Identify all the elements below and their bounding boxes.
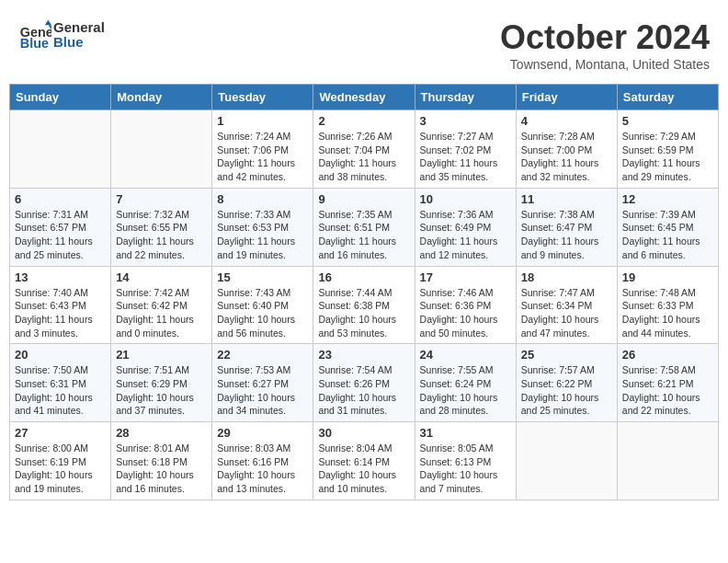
day-number: 20 (15, 348, 106, 362)
weekday-header-tuesday: Tuesday (212, 85, 313, 110)
svg-marker-2 (45, 20, 51, 25)
day-number: 13 (15, 270, 106, 284)
day-info: Sunrise: 7:27 AM Sunset: 7:02 PM Dayligh… (420, 130, 511, 184)
weekday-header-friday: Friday (516, 85, 617, 110)
day-info: Sunrise: 7:33 AM Sunset: 6:53 PM Dayligh… (217, 208, 308, 262)
calendar-cell: 3Sunrise: 7:27 AM Sunset: 7:02 PM Daylig… (415, 110, 516, 189)
calendar-cell: 17Sunrise: 7:46 AM Sunset: 6:36 PM Dayli… (415, 266, 516, 344)
calendar-cell: 21Sunrise: 7:51 AM Sunset: 6:29 PM Dayli… (111, 344, 212, 422)
logo-text-general: General (53, 20, 105, 36)
calendar-cell: 28Sunrise: 8:01 AM Sunset: 6:18 PM Dayli… (111, 422, 212, 500)
day-info: Sunrise: 7:31 AM Sunset: 6:57 PM Dayligh… (15, 208, 106, 262)
month-title: October 2024 (500, 18, 710, 57)
day-number: 14 (116, 270, 207, 284)
day-info: Sunrise: 7:44 AM Sunset: 6:38 PM Dayligh… (318, 286, 409, 340)
calendar-cell: 8Sunrise: 7:33 AM Sunset: 6:53 PM Daylig… (212, 188, 313, 266)
day-number: 3 (420, 114, 511, 128)
day-number: 30 (318, 426, 409, 440)
logo: General Blue General Blue (18, 18, 105, 52)
day-number: 17 (420, 270, 511, 284)
calendar-cell: 18Sunrise: 7:47 AM Sunset: 6:34 PM Dayli… (516, 266, 617, 344)
week-row-3: 13Sunrise: 7:40 AM Sunset: 6:43 PM Dayli… (10, 266, 719, 344)
day-number: 7 (116, 192, 207, 206)
day-info: Sunrise: 8:03 AM Sunset: 6:16 PM Dayligh… (217, 442, 308, 496)
day-number: 31 (420, 426, 511, 440)
calendar-cell: 24Sunrise: 7:55 AM Sunset: 6:24 PM Dayli… (415, 344, 516, 422)
day-info: Sunrise: 7:50 AM Sunset: 6:31 PM Dayligh… (15, 363, 106, 418)
day-info: Sunrise: 7:24 AM Sunset: 7:06 PM Dayligh… (217, 130, 308, 184)
day-info: Sunrise: 7:28 AM Sunset: 7:00 PM Dayligh… (521, 130, 612, 184)
calendar-cell: 11Sunrise: 7:38 AM Sunset: 6:47 PM Dayli… (516, 188, 617, 266)
day-number: 1 (217, 114, 308, 128)
calendar-cell: 22Sunrise: 7:53 AM Sunset: 6:27 PM Dayli… (212, 344, 313, 422)
calendar-cell: 16Sunrise: 7:44 AM Sunset: 6:38 PM Dayli… (313, 266, 415, 344)
day-number: 5 (622, 114, 713, 128)
day-info: Sunrise: 7:48 AM Sunset: 6:33 PM Dayligh… (622, 286, 713, 340)
day-info: Sunrise: 7:43 AM Sunset: 6:40 PM Dayligh… (217, 286, 308, 340)
day-info: Sunrise: 7:39 AM Sunset: 6:45 PM Dayligh… (622, 208, 713, 262)
day-number: 29 (217, 426, 308, 440)
svg-text:Blue: Blue (20, 36, 49, 51)
day-number: 15 (217, 270, 308, 284)
calendar-cell: 7Sunrise: 7:32 AM Sunset: 6:55 PM Daylig… (111, 188, 212, 266)
day-info: Sunrise: 7:26 AM Sunset: 7:04 PM Dayligh… (318, 130, 409, 184)
calendar-cell: 10Sunrise: 7:36 AM Sunset: 6:49 PM Dayli… (415, 188, 516, 266)
day-info: Sunrise: 7:53 AM Sunset: 6:27 PM Dayligh… (217, 363, 308, 418)
day-info: Sunrise: 8:01 AM Sunset: 6:18 PM Dayligh… (116, 442, 207, 496)
calendar-cell: 23Sunrise: 7:54 AM Sunset: 6:26 PM Dayli… (313, 344, 415, 422)
page-header: General Blue General Blue October 2024 T… (9, 9, 719, 76)
day-number: 24 (420, 348, 511, 362)
week-row-4: 20Sunrise: 7:50 AM Sunset: 6:31 PM Dayli… (10, 344, 719, 422)
calendar-cell: 30Sunrise: 8:04 AM Sunset: 6:14 PM Dayli… (313, 422, 415, 500)
day-info: Sunrise: 7:58 AM Sunset: 6:21 PM Dayligh… (622, 363, 713, 418)
day-number: 4 (521, 114, 612, 128)
calendar-cell: 6Sunrise: 7:31 AM Sunset: 6:57 PM Daylig… (10, 188, 111, 266)
day-info: Sunrise: 7:46 AM Sunset: 6:36 PM Dayligh… (420, 286, 511, 340)
day-info: Sunrise: 7:47 AM Sunset: 6:34 PM Dayligh… (521, 286, 612, 340)
calendar-cell: 4Sunrise: 7:28 AM Sunset: 7:00 PM Daylig… (516, 110, 617, 189)
day-info: Sunrise: 7:55 AM Sunset: 6:24 PM Dayligh… (420, 363, 511, 418)
calendar-cell: 20Sunrise: 7:50 AM Sunset: 6:31 PM Dayli… (10, 344, 111, 422)
weekday-header-sunday: Sunday (10, 85, 111, 110)
day-info: Sunrise: 8:05 AM Sunset: 6:13 PM Dayligh… (420, 442, 511, 496)
weekday-header-thursday: Thursday (415, 85, 516, 110)
day-number: 6 (15, 192, 106, 206)
day-info: Sunrise: 8:00 AM Sunset: 6:19 PM Dayligh… (15, 442, 106, 496)
calendar-cell (10, 110, 111, 189)
day-info: Sunrise: 7:51 AM Sunset: 6:29 PM Dayligh… (116, 363, 207, 418)
calendar-cell (111, 110, 212, 189)
day-info: Sunrise: 7:40 AM Sunset: 6:43 PM Dayligh… (15, 286, 106, 340)
weekday-header-row: SundayMondayTuesdayWednesdayThursdayFrid… (10, 85, 719, 110)
day-number: 12 (622, 192, 713, 206)
day-info: Sunrise: 7:36 AM Sunset: 6:49 PM Dayligh… (420, 208, 511, 262)
calendar-cell: 13Sunrise: 7:40 AM Sunset: 6:43 PM Dayli… (10, 266, 111, 344)
calendar-cell: 12Sunrise: 7:39 AM Sunset: 6:45 PM Dayli… (617, 188, 718, 266)
day-number: 9 (318, 192, 409, 206)
calendar-cell: 9Sunrise: 7:35 AM Sunset: 6:51 PM Daylig… (313, 188, 415, 266)
day-number: 11 (521, 192, 612, 206)
weekday-header-saturday: Saturday (617, 85, 718, 110)
day-info: Sunrise: 7:35 AM Sunset: 6:51 PM Dayligh… (318, 208, 409, 262)
calendar-cell: 31Sunrise: 8:05 AM Sunset: 6:13 PM Dayli… (415, 422, 516, 500)
day-number: 8 (217, 192, 308, 206)
day-number: 25 (521, 348, 612, 362)
calendar-cell: 15Sunrise: 7:43 AM Sunset: 6:40 PM Dayli… (212, 266, 313, 344)
day-info: Sunrise: 7:57 AM Sunset: 6:22 PM Dayligh… (521, 363, 612, 418)
logo-icon: General Blue (18, 18, 51, 52)
day-number: 19 (622, 270, 713, 284)
day-info: Sunrise: 7:32 AM Sunset: 6:55 PM Dayligh… (116, 208, 207, 262)
week-row-2: 6Sunrise: 7:31 AM Sunset: 6:57 PM Daylig… (10, 188, 719, 266)
location: Townsend, Montana, United States (500, 57, 710, 72)
day-info: Sunrise: 7:54 AM Sunset: 6:26 PM Dayligh… (318, 363, 409, 418)
weekday-header-wednesday: Wednesday (313, 85, 415, 110)
day-info: Sunrise: 8:04 AM Sunset: 6:14 PM Dayligh… (318, 442, 409, 496)
day-info: Sunrise: 7:38 AM Sunset: 6:47 PM Dayligh… (521, 208, 612, 262)
calendar-cell: 27Sunrise: 8:00 AM Sunset: 6:19 PM Dayli… (10, 422, 111, 500)
day-number: 26 (622, 348, 713, 362)
title-block: October 2024 Townsend, Montana, United S… (500, 18, 710, 72)
week-row-1: 1Sunrise: 7:24 AM Sunset: 7:06 PM Daylig… (10, 110, 719, 189)
week-row-5: 27Sunrise: 8:00 AM Sunset: 6:19 PM Dayli… (10, 422, 719, 500)
day-number: 23 (318, 348, 409, 362)
calendar-cell: 26Sunrise: 7:58 AM Sunset: 6:21 PM Dayli… (617, 344, 718, 422)
day-number: 22 (217, 348, 308, 362)
